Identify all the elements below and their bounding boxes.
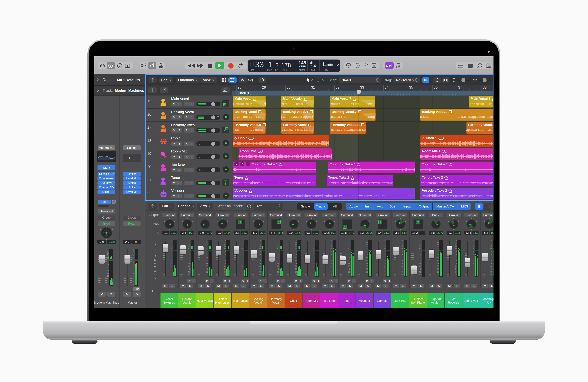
svg-text:i: i — [110, 64, 111, 67]
svg-text:S: S — [373, 64, 375, 67]
svg-text:?: ? — [119, 64, 121, 67]
